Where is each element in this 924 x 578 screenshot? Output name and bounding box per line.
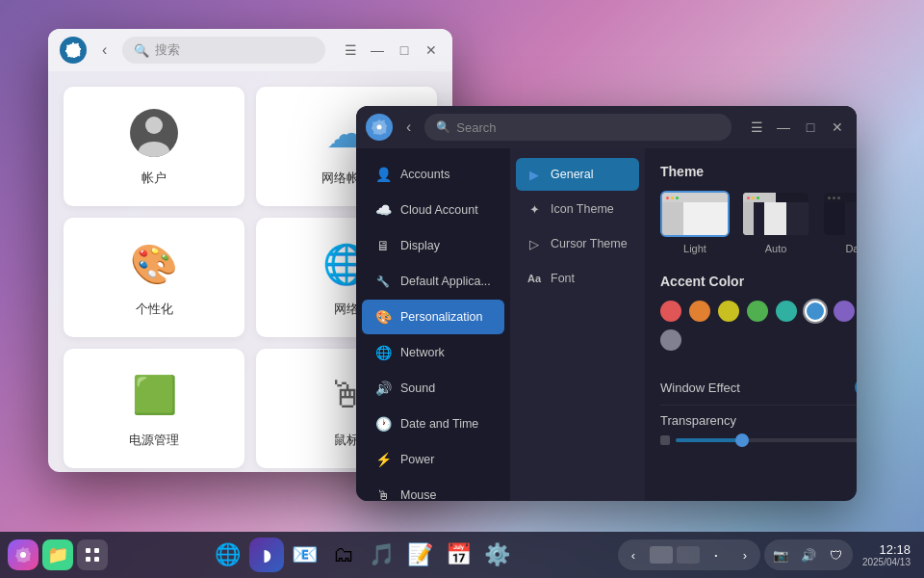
sound-label: Sound [400,381,493,395]
window-controls-zh: ☰ — □ ✕ [341,40,441,60]
sidebar-item-personalization[interactable]: 🎨 Personalization [362,300,504,334]
security-tray-icon[interactable]: 🛡 [824,541,849,568]
back-button-dark[interactable]: ‹ [400,115,417,140]
menu-button-dark[interactable]: ☰ [747,118,766,137]
tile-account[interactable]: 帐户 [64,87,244,206]
sub-nav-general[interactable]: ▶ General [516,158,639,191]
window-controls-dark: ☰ — □ ✕ [747,118,847,137]
close-button-dark[interactable]: ✕ [828,118,847,137]
back-button-zh[interactable]: ‹ [94,38,115,63]
icon-theme-subnav-label: Icon Theme [551,202,614,216]
search-icon-dark: 🔍 [436,120,450,134]
accent-teal[interactable] [776,301,797,322]
menu-button-zh[interactable]: ☰ [341,40,360,60]
search-bar-zh[interactable]: 🔍 搜索 [122,37,325,64]
datetime-label: Date and Time [400,417,493,431]
close-button-zh[interactable]: ✕ [422,40,441,60]
general-subnav-label: General [551,168,593,181]
window-effect-toggle[interactable] [855,378,857,397]
tile-power[interactable]: 🟩 电源管理 [64,349,244,468]
personalization-label: Personalization [400,310,493,324]
search-bar-dark[interactable]: 🔍 Search [424,114,732,141]
next-desktop-button[interactable]: › [732,541,758,568]
slider-left-cap [660,435,670,445]
theme-light-preview [660,191,730,237]
power-label: Power [400,453,493,466]
browser-button[interactable]: 🌐 [211,538,245,572]
calendar-button[interactable]: 📅 [442,538,476,572]
svg-rect-5 [94,557,99,562]
taskbar: 📁 🌐 ◗ 📧 🗂 🎵 📝 📅 ⚙️ [0,532,924,578]
sub-nav-cursor-theme[interactable]: ▷ Cursor Theme [516,227,639,260]
desktop-dot[interactable]: • [703,541,730,568]
desktop-thumb-1[interactable] [650,546,673,564]
maximize-button-zh[interactable]: □ [395,40,414,60]
settings-button[interactable]: ⚙️ [480,538,515,572]
tile-personalization[interactable]: 🎨 个性化 [64,218,244,337]
titlebar-dark: ‹ 🔍 Search ☰ — □ ✕ [356,106,857,148]
theme-dark-preview [822,191,857,237]
icon-theme-subnav-icon: ✦ [526,200,543,218]
desktop-thumb-2[interactable] [677,546,700,564]
files2-button[interactable]: 🗂 [326,538,361,572]
accent-gray[interactable] [660,329,681,351]
sub-nav-font[interactable]: Aa Font [516,262,639,295]
minimize-button-zh[interactable]: — [368,40,387,60]
transparency-slider-container [660,435,857,445]
sidebar-item-mouse[interactable]: 🖱 Mouse [362,478,504,501]
accent-orange[interactable] [689,301,710,322]
sidebar-item-display[interactable]: 🖥 Display [362,228,504,263]
maximize-button-dark[interactable]: □ [801,118,820,137]
app-grid-button[interactable] [77,539,108,570]
sidebar-item-accounts[interactable]: 👤 Accounts [362,157,504,192]
virtual-desktop-nav: ‹ • › [618,539,760,570]
theme-dark-label: Dark [845,243,857,254]
theme-auto-preview [741,191,810,237]
prev-desktop-button[interactable]: ‹ [620,541,647,568]
font-subnav-label: Font [551,272,575,285]
svg-rect-4 [86,557,90,562]
transparency-thumb[interactable] [735,434,749,447]
music-button[interactable]: 🎵 [365,538,399,572]
sidebar-item-power[interactable]: ⚡ Power [362,442,504,477]
sub-nav-icon-theme[interactable]: ✦ Icon Theme [516,193,639,225]
accent-green[interactable] [747,301,768,322]
mail-button[interactable]: 📧 [288,538,322,572]
cloud-label: Cloud Account [400,203,493,217]
theme-light[interactable]: Light [660,191,730,254]
sidebar-item-datetime[interactable]: 🕐 Date and Time [362,407,504,441]
accent-purple[interactable] [834,301,855,322]
camera-tray-icon[interactable]: 📷 [768,541,793,568]
clock-widget[interactable]: 12:18 2025/04/13 [857,542,916,567]
general-subnav-icon: ▶ [526,166,543,183]
tile-label-account: 帐户 [141,170,167,187]
theme-auto-label: Auto [765,243,787,254]
taskbar-left: 📁 [8,539,108,570]
speaker-tray-icon[interactable]: 🔊 [796,541,821,568]
sidebar-item-network[interactable]: 🌐 Network [362,335,504,370]
dark-window-body: 👤 Accounts ☁️ Cloud Account 🖥 Display 🔧 … [356,148,857,501]
files-button[interactable]: 📁 [42,539,73,570]
theme-auto[interactable]: Auto [741,191,810,254]
sidebar-item-sound[interactable]: 🔊 Sound [362,371,504,406]
editor-button[interactable]: 📝 [403,538,438,572]
accent-red[interactable] [660,301,681,322]
transparency-track[interactable] [676,438,857,442]
sidebar-item-default-apps[interactable]: 🔧 Default Applica... [362,264,504,299]
minimize-button-dark[interactable]: — [774,118,793,137]
theme-section-title: Theme [660,164,857,179]
cloud-account-icon: ☁️ [373,200,393,220]
window-dark: ‹ 🔍 Search ☰ — □ ✕ 👤 Accounts ☁️ [356,106,857,501]
accent-blue[interactable] [805,301,826,322]
power-sidebar-icon: ⚡ [373,450,393,469]
account-icon [127,106,181,160]
sidebar-item-cloud[interactable]: ☁️ Cloud Account [362,193,504,227]
accent-yellow[interactable] [718,301,739,322]
network-label: Network [400,346,493,359]
theme-dark[interactable]: Dark [822,191,857,254]
theme-previews: Light [660,191,857,254]
transparency-label: Transparency [660,413,736,428]
svg-rect-3 [94,548,99,553]
arc-button[interactable]: ◗ [249,538,284,572]
launchpad-button[interactable] [8,539,38,570]
